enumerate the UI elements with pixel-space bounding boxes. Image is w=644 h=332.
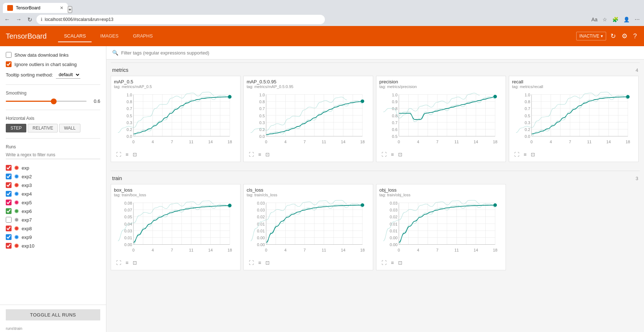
nav-graphs[interactable]: GRAPHS [127,30,159,42]
svg-text:0.08: 0.08 [124,201,132,205]
profile-button[interactable]: 👤 [622,16,631,23]
fullscreen-button[interactable]: ⊡ [265,259,270,266]
svg-text:4: 4 [151,140,154,144]
smoothing-slider[interactable] [6,101,87,102]
svg-text:14: 14 [474,140,478,144]
nav-back-button[interactable]: ← [3,15,12,24]
section-train: train 3 box_loss tag: train/box_loss 0.0… [106,171,644,276]
fullscreen-button[interactable]: ⊡ [132,151,138,158]
data-download-button[interactable]: ≡ [257,259,262,266]
data-download-button[interactable]: ≡ [523,151,527,158]
svg-text:4: 4 [284,248,286,252]
svg-text:11: 11 [189,140,193,144]
run-item: exp6 [6,207,100,215]
chart-area-precision: 1.00.90.80.80.70.60.5 047111418 [379,91,503,149]
expand-chart-button[interactable]: ⛶ [381,151,387,158]
expand-chart-button[interactable]: ⛶ [513,151,520,158]
svg-point-201 [361,203,364,207]
settings-icon[interactable]: ⚙ [620,31,629,42]
run-color-dot-exp6 [14,209,19,213]
extensions-button[interactable]: 🧩 [611,16,620,23]
run-name-exp10: exp10 [22,243,34,249]
data-download-button[interactable]: ≡ [125,259,129,266]
smoothing-value: 0.6 [89,99,100,104]
smoothing-label: Smoothing [6,91,100,96]
run-checkbox-exp6[interactable] [6,208,12,214]
tooltip-sorting-select[interactable]: default [56,71,80,79]
svg-text:0.01: 0.01 [257,229,265,233]
help-icon[interactable]: ? [632,31,638,42]
expand-chart-button[interactable]: ⛶ [115,259,122,266]
haxis-wall-button[interactable]: WALL [59,124,80,132]
svg-text:0.03: 0.03 [124,229,132,233]
section-metrics: metrics 4 mAP_0.5 tag: metrics/mAP_0.5 1… [106,62,644,168]
menu-button[interactable]: ⋯ [633,16,641,23]
run-checkbox-exp7[interactable] [6,217,12,223]
expand-chart-button[interactable]: ⛶ [248,151,255,158]
chart-title-box_loss: box_loss [114,187,237,193]
run-name-exp6: exp6 [22,209,32,214]
run-checkbox-exp8[interactable] [6,226,12,231]
nav-scalars[interactable]: SCALARS [58,30,92,42]
fullscreen-button[interactable]: ⊡ [265,151,270,158]
run-item: exp7 [6,215,100,224]
chart-card-obj_loss: obj_loss tag: train/obj_loss 0.030.030.0… [376,184,506,270]
svg-text:0: 0 [398,140,400,144]
chart-card-mAP_0.5: mAP_0.5 tag: metrics/mAP_0.5 1.00.80.70.… [111,76,241,162]
svg-text:11: 11 [322,248,326,252]
expand-chart-button[interactable]: ⛶ [381,259,387,266]
run-checkbox-exp5[interactable] [6,200,12,205]
run-name-exp8: exp8 [22,226,32,231]
run-checkbox-exp10[interactable] [6,243,12,249]
run-color-dot-exp10 [14,244,19,248]
chart-tag-mAP_0.5: tag: metrics/mAP_0.5 [114,84,237,89]
bookmark-button[interactable]: ☆ [601,16,609,23]
tab-close-button[interactable]: ✕ [60,5,63,10]
run-item: exp3 [6,181,100,189]
runs-filter-input[interactable] [6,151,100,159]
ignore-outliers-checkbox[interactable] [6,61,12,67]
data-download-button[interactable]: ≡ [390,259,394,266]
nav-forward-button[interactable]: → [14,15,23,24]
run-checkbox-exp9[interactable] [6,234,12,240]
svg-text:7: 7 [436,248,438,252]
svg-text:0: 0 [132,140,134,144]
fullscreen-button[interactable]: ⊡ [397,259,403,266]
fullscreen-button[interactable]: ⊡ [530,151,536,158]
run-checkbox-exp4[interactable] [6,191,12,197]
nav-refresh-button[interactable]: ↻ [26,15,34,25]
charts-grid-metrics: mAP_0.5 tag: metrics/mAP_0.5 1.00.80.70.… [111,76,640,162]
data-download-button[interactable]: ≡ [390,151,394,158]
reader-mode-button[interactable]: Aa [590,16,599,23]
haxis-relative-button[interactable]: RELATIVE [28,124,58,132]
haxis-step-button[interactable]: STEP [6,124,26,132]
svg-text:14: 14 [474,248,478,252]
show-download-checkbox[interactable] [6,52,12,58]
svg-point-31 [228,95,231,99]
run-checkbox-exp3[interactable] [6,182,12,188]
ignore-outliers-row: Ignore outliers in chart scaling [6,61,100,67]
filter-input[interactable] [121,50,638,56]
run-list: exp exp2 exp3 exp4 exp5 exp6 exp7 exp8 e… [6,163,100,250]
refresh-icon[interactable]: ↻ [609,31,617,42]
status-dropdown[interactable]: INACTIVE ▾ [576,32,606,40]
svg-text:4: 4 [284,140,286,144]
chart-actions-mAP_0.5: ⛶ ≡ ⊡ [114,149,237,159]
svg-text:0.00: 0.00 [124,243,132,247]
expand-chart-button[interactable]: ⛶ [115,151,122,158]
new-tab-button[interactable]: + [68,6,72,13]
run-name-exp4: exp4 [22,191,32,197]
run-name-exp5: exp5 [22,200,32,205]
run-checkbox-exp2[interactable] [6,174,12,179]
run-checkbox-exp[interactable] [6,165,12,171]
address-bar[interactable]: ℹ localhost:6006/#scalars&run=exp13 [36,15,325,24]
run-color-dot-exp5 [14,200,19,205]
chart-actions-obj_loss: ⛶ ≡ ⊡ [379,257,503,267]
fullscreen-button[interactable]: ⊡ [397,151,403,158]
nav-images[interactable]: IMAGES [94,30,124,42]
toggle-all-runs-button[interactable]: TOGGLE ALL RUNS [6,309,100,320]
data-download-button[interactable]: ≡ [125,151,129,158]
fullscreen-button[interactable]: ⊡ [132,259,138,266]
data-download-button[interactable]: ≡ [257,151,262,158]
expand-chart-button[interactable]: ⛶ [248,259,255,266]
